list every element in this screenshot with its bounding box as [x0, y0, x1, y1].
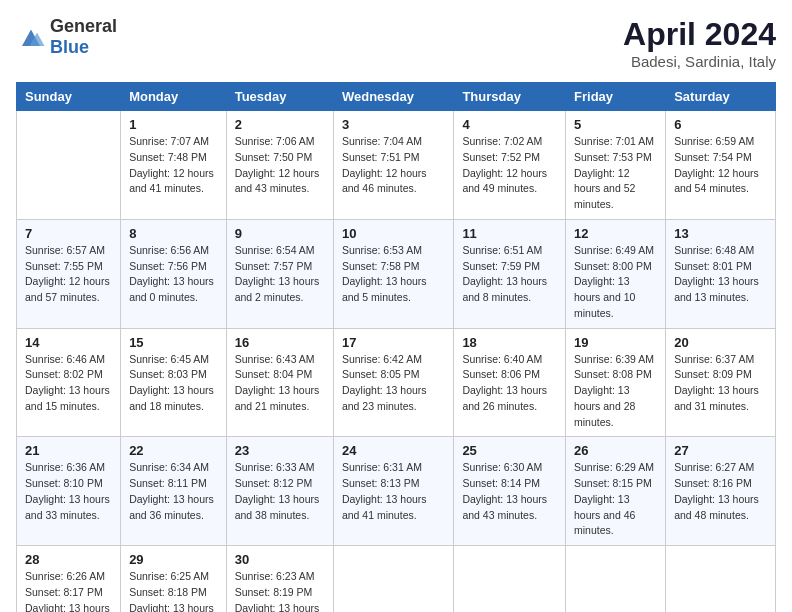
cell-info: Sunrise: 6:29 AMSunset: 8:15 PMDaylight:…: [574, 460, 657, 539]
calendar-cell: 22Sunrise: 6:34 AMSunset: 8:11 PMDayligh…: [121, 437, 227, 546]
day-number: 4: [462, 117, 557, 132]
day-number: 2: [235, 117, 325, 132]
calendar-cell: 28Sunrise: 6:26 AMSunset: 8:17 PMDayligh…: [17, 546, 121, 613]
calendar-cell: 23Sunrise: 6:33 AMSunset: 8:12 PMDayligh…: [226, 437, 333, 546]
calendar-cell: 7Sunrise: 6:57 AMSunset: 7:55 PMDaylight…: [17, 219, 121, 328]
page-title: April 2024: [623, 16, 776, 53]
day-number: 12: [574, 226, 657, 241]
day-number: 1: [129, 117, 218, 132]
calendar-week-row: 1Sunrise: 7:07 AMSunset: 7:48 PMDaylight…: [17, 111, 776, 220]
day-number: 10: [342, 226, 445, 241]
calendar-cell: 4Sunrise: 7:02 AMSunset: 7:52 PMDaylight…: [454, 111, 566, 220]
calendar-cell: 18Sunrise: 6:40 AMSunset: 8:06 PMDayligh…: [454, 328, 566, 437]
column-header-monday: Monday: [121, 83, 227, 111]
calendar-cell: [333, 546, 453, 613]
calendar-cell: [566, 546, 666, 613]
calendar-cell: 17Sunrise: 6:42 AMSunset: 8:05 PMDayligh…: [333, 328, 453, 437]
day-number: 11: [462, 226, 557, 241]
cell-info: Sunrise: 7:02 AMSunset: 7:52 PMDaylight:…: [462, 134, 557, 197]
cell-info: Sunrise: 6:54 AMSunset: 7:57 PMDaylight:…: [235, 243, 325, 306]
day-number: 16: [235, 335, 325, 350]
day-number: 30: [235, 552, 325, 567]
day-number: 5: [574, 117, 657, 132]
calendar-cell: 2Sunrise: 7:06 AMSunset: 7:50 PMDaylight…: [226, 111, 333, 220]
cell-info: Sunrise: 6:25 AMSunset: 8:18 PMDaylight:…: [129, 569, 218, 612]
day-number: 24: [342, 443, 445, 458]
day-number: 23: [235, 443, 325, 458]
cell-info: Sunrise: 6:46 AMSunset: 8:02 PMDaylight:…: [25, 352, 112, 415]
title-area: April 2024 Badesi, Sardinia, Italy: [623, 16, 776, 70]
calendar-cell: 26Sunrise: 6:29 AMSunset: 8:15 PMDayligh…: [566, 437, 666, 546]
calendar-week-row: 21Sunrise: 6:36 AMSunset: 8:10 PMDayligh…: [17, 437, 776, 546]
logo-general-text: General: [50, 16, 117, 36]
cell-info: Sunrise: 6:42 AMSunset: 8:05 PMDaylight:…: [342, 352, 445, 415]
cell-info: Sunrise: 7:04 AMSunset: 7:51 PMDaylight:…: [342, 134, 445, 197]
cell-info: Sunrise: 6:48 AMSunset: 8:01 PMDaylight:…: [674, 243, 767, 306]
calendar-cell: 30Sunrise: 6:23 AMSunset: 8:19 PMDayligh…: [226, 546, 333, 613]
cell-info: Sunrise: 6:59 AMSunset: 7:54 PMDaylight:…: [674, 134, 767, 197]
cell-info: Sunrise: 6:43 AMSunset: 8:04 PMDaylight:…: [235, 352, 325, 415]
calendar-cell: [17, 111, 121, 220]
cell-info: Sunrise: 6:53 AMSunset: 7:58 PMDaylight:…: [342, 243, 445, 306]
column-header-tuesday: Tuesday: [226, 83, 333, 111]
page-subtitle: Badesi, Sardinia, Italy: [623, 53, 776, 70]
calendar-cell: 21Sunrise: 6:36 AMSunset: 8:10 PMDayligh…: [17, 437, 121, 546]
day-number: 19: [574, 335, 657, 350]
header: General Blue April 2024 Badesi, Sardinia…: [16, 16, 776, 70]
cell-info: Sunrise: 6:40 AMSunset: 8:06 PMDaylight:…: [462, 352, 557, 415]
cell-info: Sunrise: 6:23 AMSunset: 8:19 PMDaylight:…: [235, 569, 325, 612]
calendar-cell: 25Sunrise: 6:30 AMSunset: 8:14 PMDayligh…: [454, 437, 566, 546]
day-number: 3: [342, 117, 445, 132]
day-number: 26: [574, 443, 657, 458]
column-header-sunday: Sunday: [17, 83, 121, 111]
calendar-header-row: SundayMondayTuesdayWednesdayThursdayFrid…: [17, 83, 776, 111]
column-header-thursday: Thursday: [454, 83, 566, 111]
cell-info: Sunrise: 6:39 AMSunset: 8:08 PMDaylight:…: [574, 352, 657, 431]
cell-info: Sunrise: 6:56 AMSunset: 7:56 PMDaylight:…: [129, 243, 218, 306]
day-number: 22: [129, 443, 218, 458]
calendar-cell: 10Sunrise: 6:53 AMSunset: 7:58 PMDayligh…: [333, 219, 453, 328]
calendar-cell: 11Sunrise: 6:51 AMSunset: 7:59 PMDayligh…: [454, 219, 566, 328]
calendar-cell: 1Sunrise: 7:07 AMSunset: 7:48 PMDaylight…: [121, 111, 227, 220]
calendar-week-row: 28Sunrise: 6:26 AMSunset: 8:17 PMDayligh…: [17, 546, 776, 613]
calendar-table: SundayMondayTuesdayWednesdayThursdayFrid…: [16, 82, 776, 612]
calendar-cell: [454, 546, 566, 613]
day-number: 25: [462, 443, 557, 458]
day-number: 21: [25, 443, 112, 458]
day-number: 15: [129, 335, 218, 350]
calendar-cell: 24Sunrise: 6:31 AMSunset: 8:13 PMDayligh…: [333, 437, 453, 546]
day-number: 13: [674, 226, 767, 241]
day-number: 18: [462, 335, 557, 350]
column-header-friday: Friday: [566, 83, 666, 111]
cell-info: Sunrise: 6:26 AMSunset: 8:17 PMDaylight:…: [25, 569, 112, 612]
column-header-wednesday: Wednesday: [333, 83, 453, 111]
day-number: 6: [674, 117, 767, 132]
cell-info: Sunrise: 6:45 AMSunset: 8:03 PMDaylight:…: [129, 352, 218, 415]
day-number: 7: [25, 226, 112, 241]
calendar-cell: 12Sunrise: 6:49 AMSunset: 8:00 PMDayligh…: [566, 219, 666, 328]
calendar-cell: 14Sunrise: 6:46 AMSunset: 8:02 PMDayligh…: [17, 328, 121, 437]
calendar-cell: 15Sunrise: 6:45 AMSunset: 8:03 PMDayligh…: [121, 328, 227, 437]
calendar-cell: 27Sunrise: 6:27 AMSunset: 8:16 PMDayligh…: [666, 437, 776, 546]
day-number: 29: [129, 552, 218, 567]
calendar-cell: 8Sunrise: 6:56 AMSunset: 7:56 PMDaylight…: [121, 219, 227, 328]
cell-info: Sunrise: 6:49 AMSunset: 8:00 PMDaylight:…: [574, 243, 657, 322]
calendar-cell: 20Sunrise: 6:37 AMSunset: 8:09 PMDayligh…: [666, 328, 776, 437]
cell-info: Sunrise: 6:36 AMSunset: 8:10 PMDaylight:…: [25, 460, 112, 523]
calendar-cell: 29Sunrise: 6:25 AMSunset: 8:18 PMDayligh…: [121, 546, 227, 613]
day-number: 17: [342, 335, 445, 350]
day-number: 8: [129, 226, 218, 241]
calendar-cell: 16Sunrise: 6:43 AMSunset: 8:04 PMDayligh…: [226, 328, 333, 437]
calendar-cell: 5Sunrise: 7:01 AMSunset: 7:53 PMDaylight…: [566, 111, 666, 220]
cell-info: Sunrise: 7:07 AMSunset: 7:48 PMDaylight:…: [129, 134, 218, 197]
calendar-cell: 6Sunrise: 6:59 AMSunset: 7:54 PMDaylight…: [666, 111, 776, 220]
column-header-saturday: Saturday: [666, 83, 776, 111]
cell-info: Sunrise: 6:37 AMSunset: 8:09 PMDaylight:…: [674, 352, 767, 415]
cell-info: Sunrise: 6:27 AMSunset: 8:16 PMDaylight:…: [674, 460, 767, 523]
day-number: 9: [235, 226, 325, 241]
day-number: 28: [25, 552, 112, 567]
cell-info: Sunrise: 6:31 AMSunset: 8:13 PMDaylight:…: [342, 460, 445, 523]
calendar-cell: 9Sunrise: 6:54 AMSunset: 7:57 PMDaylight…: [226, 219, 333, 328]
calendar-week-row: 14Sunrise: 6:46 AMSunset: 8:02 PMDayligh…: [17, 328, 776, 437]
calendar-cell: [666, 546, 776, 613]
